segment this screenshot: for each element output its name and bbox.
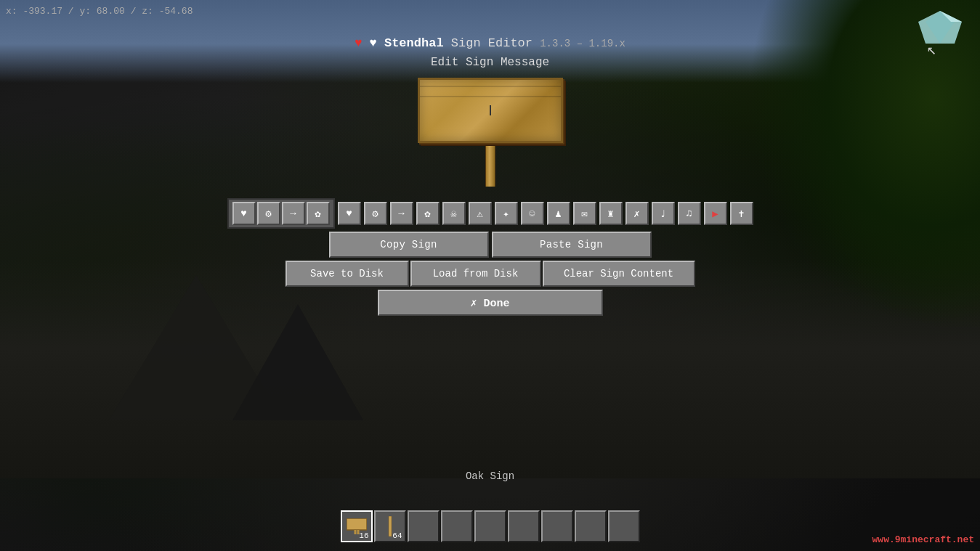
icon-btn-heart[interactable]: ♥	[338, 202, 361, 225]
done-button[interactable]: ✗ Done	[378, 290, 603, 316]
icon-btn-sparkle[interactable]: ✦	[495, 202, 518, 225]
hotbar-slot-4[interactable]	[441, 510, 473, 542]
icon-btn-note[interactable]: ♩	[652, 202, 675, 225]
sign-board	[418, 78, 563, 143]
mod-name: ♥ Stendhal	[370, 36, 444, 50]
icon-section: ♥ ⚙ → ✿ ♥ ⚙ → ✿ ☠ ⚠ ✦ ☺ ♟ ✉ ♜ ✗ ♩ ♫ ▶ ✝	[227, 198, 753, 229]
mod-title-rest: Sign Editor	[444, 36, 540, 50]
main-ui-panel: ♥ ♥ Stendhal Sign Editor 1.3.3 – 1.19.x …	[227, 36, 753, 316]
heart-icon: ♥	[355, 36, 362, 50]
mod-version: 1.3.3 – 1.19.x	[540, 38, 625, 49]
done-row: ✗ Done	[378, 290, 603, 316]
item-label: Oak Sign	[466, 470, 514, 482]
slot-1-count: 16	[359, 531, 368, 540]
icon-flower[interactable]: ✿	[307, 202, 330, 225]
icon-btn-dagger[interactable]: ✝	[730, 202, 753, 225]
sign-graphic	[418, 78, 563, 187]
hotbar-slot-7[interactable]	[541, 510, 573, 542]
paste-sign-button[interactable]: Paste Sign	[492, 232, 652, 258]
clear-sign-content-button[interactable]: Clear Sign Content	[543, 261, 695, 287]
icon-btn-pawn[interactable]: ♟	[547, 202, 570, 225]
icon-arrow-right[interactable]: →	[282, 202, 305, 225]
icon-btn-face[interactable]: ☺	[521, 202, 544, 225]
hotbar-slot-3[interactable]	[408, 510, 440, 542]
diamond-icon	[915, 7, 965, 47]
icon-btn-flower2[interactable]: ✿	[416, 202, 440, 225]
icon-btn-cross[interactable]: ✗	[625, 202, 649, 225]
copy-sign-button[interactable]: Copy Sign	[329, 232, 489, 258]
svg-rect-7	[389, 516, 392, 536]
icon-btn-skull[interactable]: ☠	[442, 202, 466, 225]
icon-btn-mail[interactable]: ✉	[573, 202, 596, 225]
icon-btn-play[interactable]: ▶	[704, 202, 727, 225]
icon-btn-notes[interactable]: ♫	[678, 202, 701, 225]
svg-rect-3	[347, 518, 367, 530]
slot-2-count: 64	[392, 531, 402, 540]
icon-btn-gear2[interactable]: ⚙	[364, 202, 387, 225]
hotbar-slot-2[interactable]: 64	[374, 510, 406, 542]
hotbar: 16 64	[341, 510, 640, 542]
hotbar-slot-9[interactable]	[608, 510, 640, 542]
disk-row: Save to Disk Load from Disk Clear Sign C…	[286, 261, 695, 287]
copy-paste-row: Copy Sign Paste Sign	[329, 232, 652, 258]
subtitle: Edit Sign Message	[431, 56, 549, 69]
mod-title: ♥ ♥ Stendhal Sign Editor 1.3.3 – 1.19.x	[355, 36, 625, 50]
hotbar-slot-5[interactable]	[474, 510, 506, 542]
coordinates: x: -393.17 / y: 68.00 / z: -54.68	[6, 6, 193, 17]
icon-btn-rook[interactable]: ♜	[599, 202, 623, 225]
hotbar-slot-8[interactable]	[575, 510, 607, 542]
save-to-disk-button[interactable]: Save to Disk	[286, 261, 409, 287]
icon-heart[interactable]: ♥	[232, 202, 256, 225]
load-from-disk-button[interactable]: Load from Disk	[410, 261, 541, 287]
watermark: www.9minecraft.net	[872, 534, 974, 545]
icon-group-box: ♥ ⚙ → ✿	[227, 198, 335, 229]
sign-pole	[485, 143, 495, 187]
sign-cursor	[490, 105, 491, 115]
hotbar-slot-1[interactable]: 16	[341, 510, 373, 542]
icon-btn-warning[interactable]: ⚠	[469, 202, 492, 225]
icon-btn-arrow[interactable]: →	[390, 202, 413, 225]
hotbar-slot-6[interactable]	[508, 510, 540, 542]
foliage	[748, 0, 980, 327]
icon-gear[interactable]: ⚙	[257, 202, 280, 225]
mountain-shape-2	[232, 304, 363, 420]
